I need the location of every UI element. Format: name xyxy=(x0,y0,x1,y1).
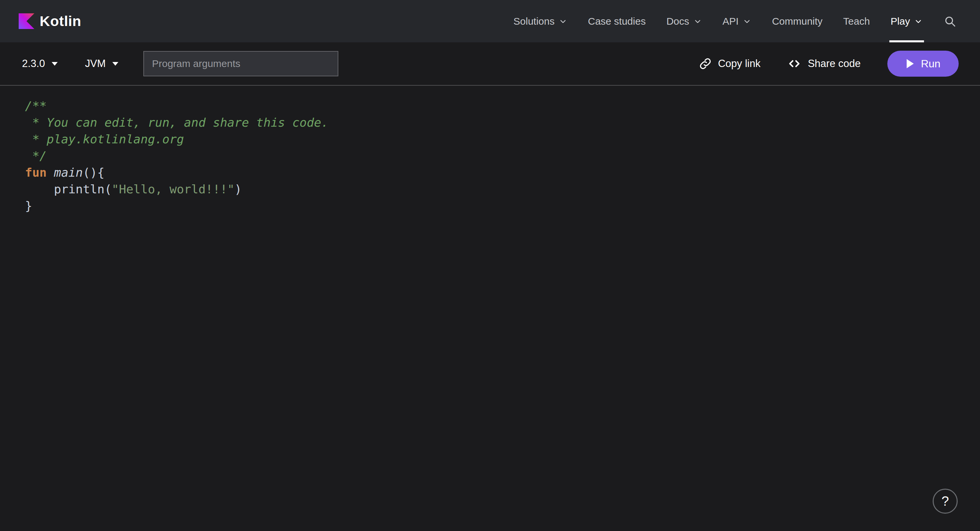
nav-label: API xyxy=(723,16,739,27)
program-arguments-input[interactable] xyxy=(143,51,338,76)
kotlin-logo[interactable]: Kotlin xyxy=(19,13,81,29)
copy-link-label: Copy link xyxy=(718,58,760,70)
nav-item-solutions[interactable]: Solutions xyxy=(513,0,567,42)
caret-down-icon xyxy=(52,62,58,66)
code-line: * You can edit, run, and share this code… xyxy=(25,114,980,131)
site-header: Kotlin Solutions Case studies Docs API C… xyxy=(0,0,980,42)
chevron-down-icon xyxy=(743,17,751,25)
code-line: } xyxy=(25,198,980,214)
code-line: * play.kotlinlang.org xyxy=(25,131,980,148)
kotlin-logo-icon xyxy=(19,13,34,29)
share-code-button[interactable]: Share code xyxy=(787,57,861,70)
search-button[interactable] xyxy=(943,15,957,28)
logo-text: Kotlin xyxy=(40,13,81,29)
run-label: Run xyxy=(921,58,941,70)
version-dropdown[interactable]: 2.3.0 xyxy=(22,58,58,70)
nav-item-docs[interactable]: Docs xyxy=(667,0,702,42)
nav-label: Docs xyxy=(667,16,689,27)
code-line: /** xyxy=(25,98,980,114)
nav-label: Play xyxy=(891,16,910,27)
code-line: */ xyxy=(25,148,980,164)
code-brackets-icon xyxy=(787,57,802,70)
code-editor[interactable]: /** * You can edit, run, and share this … xyxy=(0,86,980,486)
nav-label: Teach xyxy=(843,16,870,27)
run-button[interactable]: Run xyxy=(887,51,959,77)
nav-item-case-studies[interactable]: Case studies xyxy=(588,0,646,42)
share-code-label: Share code xyxy=(808,58,861,70)
nav-item-teach[interactable]: Teach xyxy=(843,0,870,42)
chevron-down-icon xyxy=(558,17,567,25)
nav-label: Solutions xyxy=(513,16,554,27)
search-icon xyxy=(943,15,957,28)
nav-label: Community xyxy=(772,16,822,27)
nav-label: Case studies xyxy=(588,16,646,27)
code-line: println("Hello, world!!!") xyxy=(25,181,980,198)
playground-toolbar: 2.3.0 JVM Copy link Share code Run xyxy=(0,42,980,85)
nav-item-play[interactable]: Play xyxy=(891,0,923,42)
nav-item-community[interactable]: Community xyxy=(772,0,822,42)
platform-value: JVM xyxy=(85,58,106,70)
play-icon xyxy=(906,59,914,69)
chevron-down-icon xyxy=(693,17,702,25)
caret-down-icon xyxy=(112,62,118,66)
version-value: 2.3.0 xyxy=(22,58,45,70)
main-nav: Solutions Case studies Docs API Communit… xyxy=(513,0,957,42)
code-block: /** * You can edit, run, and share this … xyxy=(25,98,980,214)
nav-item-api[interactable]: API xyxy=(723,0,751,42)
code-line: fun main(){ xyxy=(25,164,980,181)
platform-dropdown[interactable]: JVM xyxy=(85,58,118,70)
help-button[interactable]: ? xyxy=(933,489,958,514)
copy-link-button[interactable]: Copy link xyxy=(698,57,760,70)
link-icon xyxy=(698,57,712,70)
chevron-down-icon xyxy=(914,17,923,25)
help-label: ? xyxy=(941,494,949,509)
toolbar-actions: Copy link Share code Run xyxy=(698,51,959,77)
